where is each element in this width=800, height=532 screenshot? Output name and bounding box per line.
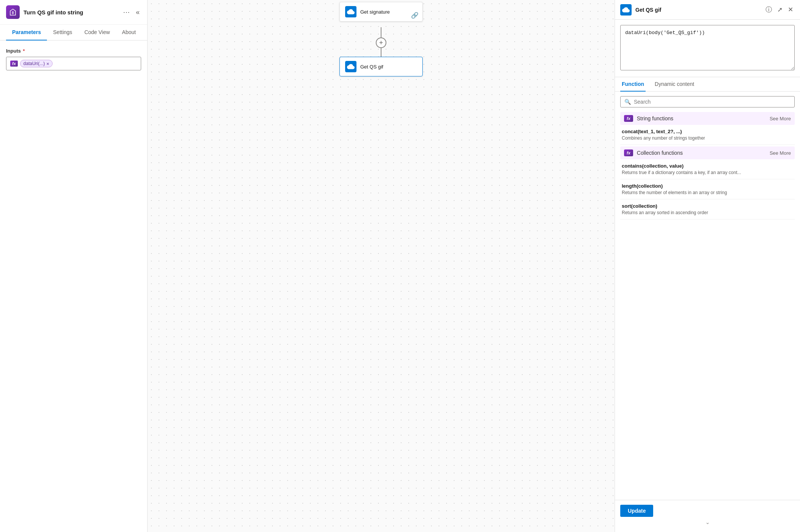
required-indicator: * [22,48,25,54]
formula-container [615,20,800,77]
content-area: Inputs * fx dataUri(...) × [0,40,147,532]
close-button[interactable]: ✕ [786,4,795,15]
collapse-button[interactable]: « [134,7,141,18]
update-area: Update ⌄ [615,500,800,532]
node-title-get-qs-gif: Get QS gif [360,64,383,70]
token-close-icon[interactable]: × [46,61,49,66]
collection-functions-see-more[interactable]: See More [770,150,791,156]
info-icon: ⓘ [766,5,772,14]
contains-description: Returns true if a dictionary contains a … [622,170,793,175]
string-functions-label: String functions [637,115,766,121]
app-icon [6,5,20,19]
sort-signature: sort(collection) [622,203,793,209]
contains-signature: contains(collection, value) [622,163,793,169]
info-button[interactable]: ⓘ [764,4,774,16]
category-string-functions: fx String functions See More [620,112,795,125]
function-tab-bar: Function Dynamic content [615,77,800,92]
right-panel: Get QS gif ⓘ ➚ ✕ Function Dynamic conten… [615,0,800,532]
collection-functions-label: Collection functions [637,150,766,156]
search-container: 🔍 [615,92,800,112]
left-panel: Turn QS gif into string ⋯ « Parameters S… [0,0,148,532]
connector-2 [381,48,381,57]
link-icon: 🔗 [411,12,419,19]
function-tab-dynamic[interactable]: Dynamic content [653,77,696,92]
header-actions: ⋯ « [121,6,141,18]
string-functions-fx-icon: fx [624,115,633,122]
length-description: Returns the number of elements in an arr… [622,190,793,195]
concat-signature: concat(text_1, text_2?, ...) [622,129,793,134]
search-box: 🔍 [620,96,795,107]
function-item-length[interactable]: length(collection) Returns the number of… [620,179,795,199]
right-panel-title: Get QS gif [635,7,760,13]
function-item-sort[interactable]: sort(collection) Returns an array sorted… [620,199,795,219]
right-panel-node-icon [620,4,632,16]
chevron-down-icon: ⌄ [705,519,710,525]
category-collection-functions: fx Collection functions See More [620,146,795,159]
functions-list: fx String functions See More concat(text… [615,112,800,500]
node-icon-get-qs-gif [345,61,356,72]
bottom-chevron: ⌄ [620,517,795,527]
concat-description: Combines any number of strings together [622,135,793,141]
connector-1 [381,27,381,39]
expand-button[interactable]: ➚ [776,4,784,15]
node-title-get-signature: Get signature [360,9,390,15]
right-panel-header: Get QS gif ⓘ ➚ ✕ [615,0,800,20]
node-icon-get-signature [345,6,356,17]
chevron-left-icon: « [136,8,140,16]
tab-about[interactable]: About [116,25,142,40]
right-panel-header-actions: ⓘ ➚ ✕ [764,4,795,16]
tab-codeview[interactable]: Code View [78,25,116,40]
close-icon: ✕ [788,6,793,14]
input-token[interactable]: dataUri(...) × [20,60,53,67]
more-options-button[interactable]: ⋯ [121,6,131,18]
function-item-concat[interactable]: concat(text_1, text_2?, ...) Combines an… [620,125,795,145]
add-step-button[interactable]: + [376,37,386,48]
formula-textarea[interactable] [620,25,795,70]
more-options-icon: ⋯ [123,8,130,16]
search-icon: 🔍 [624,99,631,105]
string-functions-see-more[interactable]: See More [770,116,791,121]
panel-header: Turn QS gif into string ⋯ « [0,0,147,25]
function-item-contains[interactable]: contains(collection, value) Returns true… [620,159,795,179]
length-signature: length(collection) [622,183,793,189]
fx-badge: fx [10,61,18,67]
sort-description: Returns an array sorted in ascending ord… [622,210,793,215]
inputs-label: Inputs * [6,48,141,54]
workflow-node-get-qs-gif[interactable]: Get QS gif [339,57,423,76]
search-input[interactable] [634,99,791,105]
tab-parameters[interactable]: Parameters [6,25,47,40]
plus-icon: + [379,39,383,47]
tab-bar: Parameters Settings Code View About [0,25,147,40]
collection-functions-fx-icon: fx [624,149,633,156]
workflow-canvas: Get signature 🔗 + Get QS gif [148,0,615,532]
expand-icon: ➚ [777,6,783,14]
inputs-field[interactable]: fx dataUri(...) × [6,57,141,70]
tab-settings[interactable]: Settings [47,25,78,40]
token-label: dataUri(...) [23,61,45,66]
workflow-node-get-signature[interactable]: Get signature 🔗 [339,2,423,22]
panel-title: Turn QS gif into string [23,9,118,16]
update-button[interactable]: Update [620,505,653,517]
function-tab-function[interactable]: Function [620,77,646,92]
